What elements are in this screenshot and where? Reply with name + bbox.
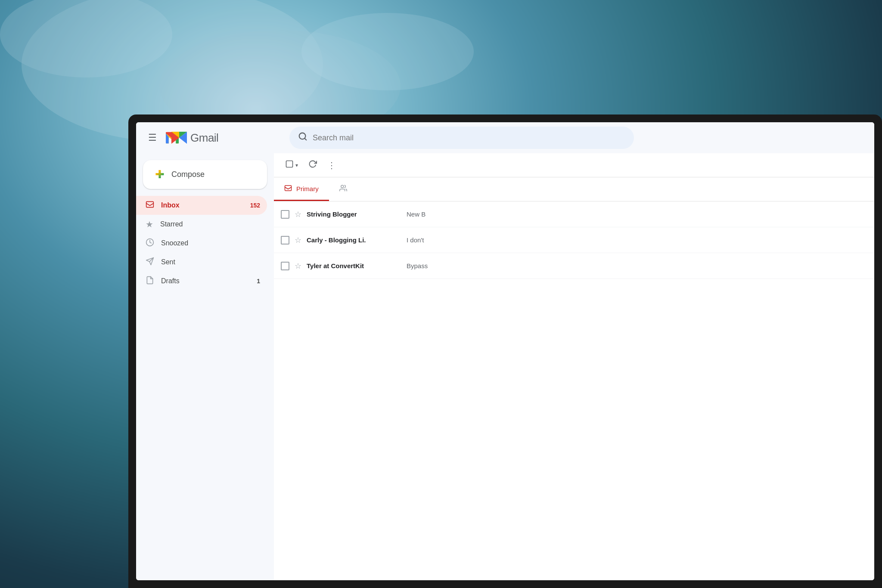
- compose-button[interactable]: ✚ Compose: [143, 160, 267, 189]
- svg-rect-14: [286, 161, 293, 167]
- email-sender: Tyler at ConvertKit: [307, 262, 401, 269]
- tab-social[interactable]: [329, 177, 357, 201]
- inbox-icon: [146, 200, 154, 210]
- email-row[interactable]: ☆ Striving Blogger New B: [274, 201, 874, 227]
- star-icon: ★: [146, 219, 153, 229]
- sidebar: ✚ Compose Inbox 152 ★ Sta: [136, 153, 274, 580]
- svg-line-9: [304, 138, 306, 140]
- more-options-button[interactable]: ⋮: [323, 157, 340, 174]
- starred-label: Starred: [160, 220, 183, 228]
- email-preview: I don't: [407, 236, 867, 244]
- sent-icon: [146, 257, 154, 267]
- svg-rect-10: [146, 201, 154, 207]
- email-checkbox[interactable]: [281, 236, 289, 244]
- more-icon: ⋮: [327, 160, 336, 170]
- select-all-button[interactable]: ▾: [281, 156, 302, 174]
- gmail-wordmark: Gmail: [190, 131, 218, 145]
- email-row[interactable]: ☆ Carly - Blogging Li. I don't: [274, 227, 874, 253]
- compose-plus-icon: ✚: [155, 168, 165, 181]
- email-row[interactable]: ☆ Tyler at ConvertKit Bypass: [274, 253, 874, 279]
- email-sender: Carly - Blogging Li.: [307, 236, 401, 244]
- tab-primary[interactable]: Primary: [274, 177, 329, 201]
- email-list: ☆ Striving Blogger New B ☆ Carly - Blogg…: [274, 201, 874, 580]
- primary-tab-label: Primary: [296, 185, 319, 192]
- snoozed-label: Snoozed: [161, 239, 188, 247]
- gmail-screen: ☰: [136, 122, 874, 580]
- star-button[interactable]: ☆: [295, 235, 301, 245]
- email-toolbar: ▾ ⋮: [274, 153, 874, 177]
- social-tab-icon: [339, 184, 347, 193]
- email-checkbox[interactable]: [281, 210, 289, 219]
- sent-label: Sent: [161, 258, 175, 266]
- sidebar-item-inbox[interactable]: Inbox 152: [136, 196, 267, 215]
- inbox-badge: 152: [250, 202, 260, 209]
- refresh-icon: [308, 160, 317, 170]
- refresh-button[interactable]: [304, 156, 321, 174]
- drafts-icon: [146, 276, 154, 286]
- email-tabs: Primary: [274, 177, 874, 201]
- svg-rect-15: [285, 186, 292, 191]
- sidebar-item-snoozed[interactable]: Snoozed: [136, 234, 267, 253]
- compose-label: Compose: [171, 170, 205, 179]
- checkbox-icon: [285, 160, 294, 170]
- laptop-frame: ☰: [128, 115, 882, 588]
- email-preview: Bypass: [407, 262, 867, 269]
- star-button[interactable]: ☆: [295, 210, 301, 219]
- drafts-badge: 1: [257, 278, 260, 285]
- sidebar-item-sent[interactable]: Sent: [136, 253, 267, 272]
- star-button[interactable]: ☆: [295, 261, 301, 271]
- sidebar-item-starred[interactable]: ★ Starred: [136, 215, 267, 234]
- email-preview: New B: [407, 210, 867, 218]
- drafts-label: Drafts: [161, 277, 180, 285]
- logo-area: ☰: [145, 129, 283, 147]
- dropdown-arrow-icon: ▾: [295, 162, 298, 168]
- svg-point-16: [341, 185, 343, 188]
- search-icon: [298, 132, 307, 144]
- gmail-m-icon: [171, 132, 187, 144]
- primary-tab-icon: [284, 184, 292, 193]
- menu-button[interactable]: ☰: [145, 129, 160, 147]
- email-area: ▾ ⋮: [274, 153, 874, 580]
- email-checkbox[interactable]: [281, 262, 289, 270]
- main-content: ✚ Compose Inbox 152 ★ Sta: [136, 153, 874, 580]
- search-bar[interactable]: [289, 127, 634, 149]
- sidebar-item-drafts[interactable]: Drafts 1: [136, 272, 267, 291]
- search-input[interactable]: [313, 133, 625, 142]
- snoozed-icon: [146, 238, 154, 248]
- inbox-label: Inbox: [161, 201, 180, 209]
- top-bar: ☰: [136, 122, 874, 153]
- email-sender: Striving Blogger: [307, 210, 401, 218]
